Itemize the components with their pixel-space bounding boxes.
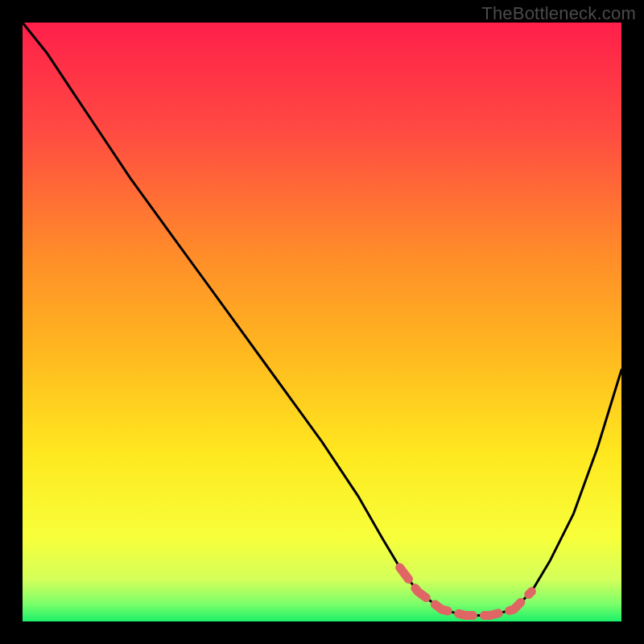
gradient-background bbox=[23, 23, 621, 621]
bottleneck-plot bbox=[23, 23, 621, 621]
plot-svg bbox=[23, 23, 621, 621]
watermark-text: TheBottleneck.com bbox=[481, 3, 636, 24]
chart-container: TheBottleneck.com bbox=[0, 0, 644, 644]
